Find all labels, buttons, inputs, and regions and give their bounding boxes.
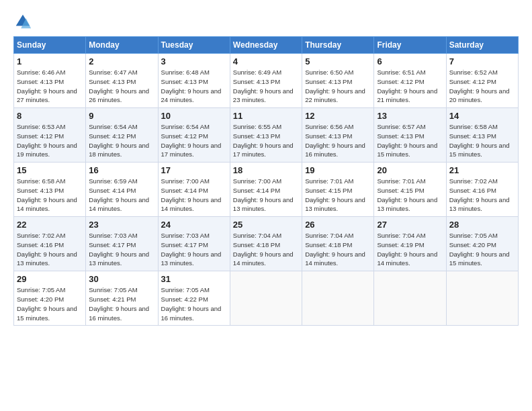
day-info: Sunrise: 7:03 AMSunset: 4:17 PMDaylight:… [161, 232, 222, 267]
calendar-cell: 16Sunrise: 6:59 AMSunset: 4:14 PMDayligh… [86, 163, 158, 217]
day-number: 29 [17, 274, 83, 284]
day-number: 22 [17, 220, 83, 230]
calendar-cell [302, 271, 374, 326]
calendar-cell [230, 271, 302, 326]
calendar-cell: 6Sunrise: 6:51 AMSunset: 4:12 PMDaylight… [374, 54, 446, 108]
day-info: Sunrise: 7:01 AMSunset: 4:15 PMDaylight:… [377, 177, 437, 212]
calendar-cell [446, 271, 518, 326]
day-info: Sunrise: 6:51 AMSunset: 4:12 PMDaylight:… [377, 68, 437, 103]
day-info: Sunrise: 6:49 AMSunset: 4:13 PMDaylight:… [233, 68, 294, 103]
day-info: Sunrise: 6:58 AMSunset: 4:13 PMDaylight:… [449, 123, 510, 158]
day-number: 27 [377, 220, 443, 230]
calendar-cell: 30Sunrise: 7:05 AMSunset: 4:21 PMDayligh… [86, 271, 158, 326]
calendar-cell: 25Sunrise: 7:04 AMSunset: 4:18 PMDayligh… [230, 217, 302, 271]
calendar-cell: 15Sunrise: 6:58 AMSunset: 4:13 PMDayligh… [14, 163, 86, 217]
calendar-cell: 11Sunrise: 6:55 AMSunset: 4:13 PMDayligh… [230, 108, 302, 163]
weekday-header: Saturday [446, 37, 518, 54]
calendar-cell: 19Sunrise: 7:01 AMSunset: 4:15 PMDayligh… [302, 163, 374, 217]
calendar-cell: 23Sunrise: 7:03 AMSunset: 4:17 PMDayligh… [86, 217, 158, 271]
day-number: 8 [17, 111, 83, 121]
calendar-week-row: 8Sunrise: 6:53 AMSunset: 4:12 PMDaylight… [14, 108, 519, 163]
weekday-header: Thursday [302, 37, 374, 54]
weekday-header: Sunday [14, 37, 86, 54]
day-number: 14 [449, 111, 515, 121]
day-info: Sunrise: 6:46 AMSunset: 4:13 PMDaylight:… [17, 68, 77, 103]
calendar-cell: 14Sunrise: 6:58 AMSunset: 4:13 PMDayligh… [446, 108, 518, 163]
day-info: Sunrise: 6:48 AMSunset: 4:13 PMDaylight:… [161, 68, 222, 103]
day-number: 3 [161, 56, 227, 66]
day-number: 31 [161, 274, 227, 284]
logo-icon [13, 12, 32, 31]
day-info: Sunrise: 6:54 AMSunset: 4:12 PMDaylight:… [89, 123, 149, 158]
calendar-container: SundayMondayTuesdayWednesdayThursdayFrid… [0, 0, 532, 411]
day-number: 20 [377, 165, 443, 175]
day-info: Sunrise: 7:04 AMSunset: 4:18 PMDaylight:… [233, 232, 294, 267]
day-number: 28 [449, 220, 515, 230]
calendar-cell: 12Sunrise: 6:56 AMSunset: 4:13 PMDayligh… [302, 108, 374, 163]
day-info: Sunrise: 7:02 AMSunset: 4:16 PMDaylight:… [17, 232, 77, 267]
calendar-week-row: 15Sunrise: 6:58 AMSunset: 4:13 PMDayligh… [14, 163, 519, 217]
day-number: 2 [89, 56, 154, 66]
day-number: 26 [305, 220, 371, 230]
day-number: 9 [89, 111, 154, 121]
day-info: Sunrise: 6:58 AMSunset: 4:13 PMDaylight:… [17, 177, 77, 212]
day-number: 5 [305, 56, 371, 66]
weekday-header: Friday [374, 37, 446, 54]
day-info: Sunrise: 6:56 AMSunset: 4:13 PMDaylight:… [305, 123, 365, 158]
day-info: Sunrise: 6:47 AMSunset: 4:13 PMDaylight:… [89, 68, 149, 103]
calendar-cell: 26Sunrise: 7:04 AMSunset: 4:18 PMDayligh… [302, 217, 374, 271]
day-number: 24 [161, 220, 227, 230]
calendar-cell: 8Sunrise: 6:53 AMSunset: 4:12 PMDaylight… [14, 108, 86, 163]
calendar-cell: 9Sunrise: 6:54 AMSunset: 4:12 PMDaylight… [86, 108, 158, 163]
calendar-cell: 4Sunrise: 6:49 AMSunset: 4:13 PMDaylight… [230, 54, 302, 108]
day-number: 30 [89, 274, 154, 284]
day-info: Sunrise: 7:02 AMSunset: 4:16 PMDaylight:… [449, 177, 510, 212]
day-info: Sunrise: 6:55 AMSunset: 4:13 PMDaylight:… [233, 123, 294, 158]
calendar-week-row: 1Sunrise: 6:46 AMSunset: 4:13 PMDaylight… [14, 54, 519, 108]
calendar-cell: 29Sunrise: 7:05 AMSunset: 4:20 PMDayligh… [14, 271, 86, 326]
day-number: 19 [305, 165, 371, 175]
calendar-cell: 13Sunrise: 6:57 AMSunset: 4:13 PMDayligh… [374, 108, 446, 163]
day-number: 15 [17, 165, 83, 175]
day-info: Sunrise: 6:50 AMSunset: 4:13 PMDaylight:… [305, 68, 365, 103]
calendar-cell: 20Sunrise: 7:01 AMSunset: 4:15 PMDayligh… [374, 163, 446, 217]
day-info: Sunrise: 6:52 AMSunset: 4:12 PMDaylight:… [449, 68, 510, 103]
day-info: Sunrise: 7:04 AMSunset: 4:19 PMDaylight:… [377, 232, 437, 267]
day-info: Sunrise: 7:05 AMSunset: 4:21 PMDaylight:… [89, 286, 149, 321]
calendar-week-row: 29Sunrise: 7:05 AMSunset: 4:20 PMDayligh… [14, 271, 519, 326]
day-info: Sunrise: 6:54 AMSunset: 4:12 PMDaylight:… [161, 123, 222, 158]
day-number: 7 [449, 56, 515, 66]
day-number: 21 [449, 165, 515, 175]
calendar-cell: 1Sunrise: 6:46 AMSunset: 4:13 PMDaylight… [14, 54, 86, 108]
calendar-table: SundayMondayTuesdayWednesdayThursdayFrid… [13, 36, 519, 326]
weekday-header: Monday [86, 37, 158, 54]
day-number: 18 [233, 165, 299, 175]
header [13, 12, 519, 31]
day-info: Sunrise: 7:05 AMSunset: 4:20 PMDaylight:… [17, 286, 77, 321]
day-number: 4 [233, 56, 299, 66]
day-number: 23 [89, 220, 154, 230]
day-info: Sunrise: 6:59 AMSunset: 4:14 PMDaylight:… [89, 177, 149, 212]
calendar-cell: 24Sunrise: 7:03 AMSunset: 4:17 PMDayligh… [158, 217, 230, 271]
day-number: 1 [17, 56, 83, 66]
day-number: 11 [233, 111, 299, 121]
weekday-header: Wednesday [230, 37, 302, 54]
calendar-cell: 5Sunrise: 6:50 AMSunset: 4:13 PMDaylight… [302, 54, 374, 108]
day-number: 25 [233, 220, 299, 230]
calendar-cell: 7Sunrise: 6:52 AMSunset: 4:12 PMDaylight… [446, 54, 518, 108]
day-info: Sunrise: 7:00 AMSunset: 4:14 PMDaylight:… [161, 177, 222, 212]
calendar-cell: 21Sunrise: 7:02 AMSunset: 4:16 PMDayligh… [446, 163, 518, 217]
day-number: 12 [305, 111, 371, 121]
calendar-cell: 22Sunrise: 7:02 AMSunset: 4:16 PMDayligh… [14, 217, 86, 271]
day-number: 6 [377, 56, 443, 66]
calendar-cell: 31Sunrise: 7:05 AMSunset: 4:22 PMDayligh… [158, 271, 230, 326]
day-info: Sunrise: 6:57 AMSunset: 4:13 PMDaylight:… [377, 123, 437, 158]
day-info: Sunrise: 7:01 AMSunset: 4:15 PMDaylight:… [305, 177, 365, 212]
calendar-week-row: 22Sunrise: 7:02 AMSunset: 4:16 PMDayligh… [14, 217, 519, 271]
calendar-cell: 27Sunrise: 7:04 AMSunset: 4:19 PMDayligh… [374, 217, 446, 271]
calendar-cell: 18Sunrise: 7:00 AMSunset: 4:14 PMDayligh… [230, 163, 302, 217]
day-info: Sunrise: 6:53 AMSunset: 4:12 PMDaylight:… [17, 123, 77, 158]
day-number: 16 [89, 165, 154, 175]
day-info: Sunrise: 7:05 AMSunset: 4:22 PMDaylight:… [161, 286, 222, 321]
weekday-header: Tuesday [158, 37, 230, 54]
